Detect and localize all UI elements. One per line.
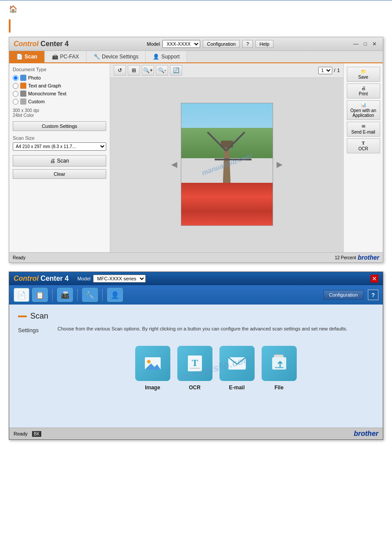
toolbar-rotate-left[interactable]: ↺ [114,65,126,76]
win1-question-button[interactable]: ? [242,40,253,48]
scan-header-bar [18,316,27,317]
blade4 [225,159,252,160]
email-icon-box [219,346,255,381]
open-app-action-icon: 📊 [361,102,366,107]
win2-nav-divider1 [52,289,53,301]
top-separator [0,0,392,0]
home-icon[interactable]: 🏠 [9,5,18,13]
win2-titlebar: Control Center 4 Model MFC-XXXX series ✕ [9,272,383,285]
win2-scan-header: Scan [18,312,374,321]
doc-type-mono-radio[interactable] [13,91,18,97]
home-icon-row: 🏠 [0,1,392,17]
doc-type-photo-radio[interactable] [13,75,18,81]
doc-type-mono-label: Monochrome Text [28,91,66,96]
send-email-action-icon: ✉ [362,124,365,129]
win1-config-button[interactable]: Configuration [203,40,239,48]
win1-close-button[interactable]: ✕ [370,41,378,47]
win1-help-button[interactable]: Help [255,40,273,48]
win2-content-area: Scan Settings Choose from the various Sc… [9,305,383,428]
svg-rect-9 [275,367,284,368]
scan-email-button[interactable]: E-mail [219,346,255,391]
win2-bk-badge: BK [32,431,41,437]
win2-brother-logo: brother [354,430,378,438]
doc-type-custom-radio[interactable] [13,99,18,105]
win1-brother-logo: brother [358,254,379,261]
save-action-label: Save [358,75,368,80]
win2-settings-label: Settings [18,325,49,395]
image-preview-area: ◀ [110,78,343,251]
win2-nav-scan[interactable]: 📄 [14,288,29,302]
open-app-action-button[interactable]: 📊 Open with an Application [347,100,380,120]
toolbar-fit-page[interactable]: ⊞ [128,65,140,76]
win2-nav-notes[interactable]: 📋 [32,288,48,302]
win2-statusbar: Ready BK brother [9,428,383,439]
doc-type-textgraph-label: Text and Graph [28,83,61,88]
ocr-action-button[interactable]: T OCR [347,138,380,153]
toolbar-zoom-in[interactable]: 🔍+ [142,65,154,76]
win2-main-section: Settings Choose from the various Scan op… [18,325,374,395]
win2-nav-fax[interactable]: 📠 [57,288,73,302]
image-icon-svg [143,354,162,373]
scan-tab-label: Scan [25,54,37,60]
tab-support[interactable]: 👤 Support [146,51,187,62]
win2-config-button[interactable]: Configuration [324,290,363,300]
ocr-icon-svg: T [185,354,205,373]
prev-page-arrow[interactable]: ◀ [168,156,181,173]
win1-main-content: Document Type Photo Text and Graph Monoc… [9,63,383,252]
tab-pc-fax[interactable]: 📠 PC-FAX [45,51,86,62]
clear-button[interactable]: Clear [13,169,106,179]
svg-rect-5 [190,368,200,369]
win2-right-area: Choose from the various Scan options. By… [58,325,374,395]
win2-model-area: Model MFC-XXXX series [77,275,146,283]
save-action-icon: 📁 [361,69,366,74]
window2-control-center: Control Center 4 Model MFC-XXXX series ✕… [9,272,383,440]
win1-left-panel: Document Type Photo Text and Graph Monoc… [9,63,110,252]
ocr-action-icon: T [362,141,365,145]
win1-minimize-button[interactable]: — [352,41,360,47]
win2-description: Choose from the various Scan options. By… [58,325,374,333]
win2-app-title: Control Center 4 [14,275,68,283]
custom-settings-button[interactable]: Custom Settings [13,121,106,131]
win2-nav-user[interactable]: 👤 [107,288,123,302]
win2-status-text: Ready [14,431,28,436]
page-current-select[interactable]: 1 [318,67,332,74]
save-action-button[interactable]: 📁 Save [347,67,380,82]
win2-model-select[interactable]: MFC-XXXX series [93,275,146,283]
custom-color-icon [20,98,26,105]
scan-image-button[interactable]: Image [135,346,170,391]
pcfax-tab-icon: 📠 [52,54,58,60]
toolbar-zoom-out[interactable]: 🔍- [156,65,168,76]
win2-nav-divider3 [102,289,103,301]
scan-button[interactable]: 🖨 Scan [13,155,106,167]
win2-model-label: Model [77,276,90,281]
win1-nav-tabs: 📄 Scan 📠 PC-FAX 🔧 Device Settings 👤 Supp… [9,51,383,63]
win1-model-select[interactable]: XXX-XXXX [162,40,200,48]
win2-help-button[interactable]: ? [368,290,378,300]
tab-scan[interactable]: 📄 Scan [9,51,45,62]
file-icon-box [262,346,297,381]
next-page-arrow[interactable]: ▶ [273,156,286,173]
scan-size-select[interactable]: A4 210 x 297 mm (8.3 x 11.7... [13,142,106,151]
file-icon-svg [270,354,289,373]
mono-color-icon [20,91,26,97]
textgraph-color-icon [20,83,26,89]
scan-btn-icon: 🖨 [50,158,55,164]
tab-device-settings[interactable]: 🔧 Device Settings [86,51,146,62]
toolbar-refresh[interactable]: 🔄 [170,65,182,76]
win1-maximize-button[interactable]: □ [362,41,369,47]
image-icon-box [135,346,170,381]
win1-center-panel: ↺ ⊞ 🔍+ 🔍- 🔄 1 / 1 ◀ [110,63,343,252]
doc-type-textgraph-radio[interactable] [13,83,18,89]
scan-file-button[interactable]: File [262,346,297,391]
scan-size-title: Scan Size [13,135,106,141]
win2-close-button[interactable]: ✕ [370,275,378,283]
ocr-icon-box: T [177,346,212,381]
win2-nav-settings[interactable]: 🔧 [82,288,98,302]
doc-type-photo-option: Photo [13,75,106,81]
print-action-button[interactable]: 🖨 Print [347,83,380,98]
scan-btn-label: Scan [57,158,69,164]
dpi-value: 300 x 300 dpi [13,108,106,113]
send-email-action-button[interactable]: ✉ Send E-mail [347,122,380,137]
scan-ocr-button[interactable]: T OCR [177,346,212,391]
open-app-action-label: Open with an Application [348,108,379,118]
